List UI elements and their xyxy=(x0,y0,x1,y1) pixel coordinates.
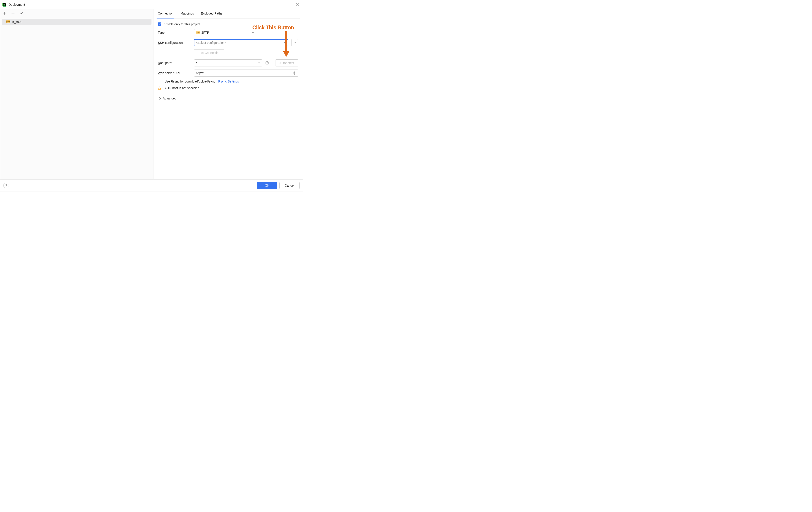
close-icon[interactable] xyxy=(294,1,300,8)
globe-icon xyxy=(293,71,296,75)
visible-only-checkbox[interactable] xyxy=(158,23,162,26)
ssh-config-row: SSH configuration: <select configuration… xyxy=(158,39,298,46)
test-connection-button[interactable]: Test Connection xyxy=(194,49,224,56)
svg-text:?: ? xyxy=(266,62,267,64)
rsync-checkbox[interactable] xyxy=(158,80,162,83)
type-value: SFTP xyxy=(201,31,209,34)
visible-only-row: Visible only for this project xyxy=(158,23,298,26)
ssh-config-select[interactable]: <select configuration> xyxy=(194,39,288,46)
advanced-section-toggle[interactable]: Advanced xyxy=(158,94,298,100)
server-name: lb_4090 xyxy=(12,20,22,24)
autodetect-button[interactable]: Autodetect xyxy=(275,59,298,66)
pycharm-icon xyxy=(2,3,6,7)
sftp-icon: SFTP xyxy=(6,20,10,23)
ssh-config-browse-button[interactable]: ··· xyxy=(291,39,298,46)
test-connection-row: Test Connection xyxy=(194,49,298,56)
rsync-settings-link[interactable]: Rsync Settings xyxy=(218,80,239,83)
root-path-row: Root path: / ? Autodetect xyxy=(158,59,298,66)
root-path-label: Root path: xyxy=(158,61,191,65)
title-bar: Deployment xyxy=(0,0,303,9)
connection-form: Visible only for this project Type: SFTP… xyxy=(156,19,300,100)
help-button[interactable]: ? xyxy=(3,183,9,188)
cancel-button[interactable]: Cancel xyxy=(280,182,300,189)
dialog-title: Deployment xyxy=(8,3,25,6)
tab-mappings[interactable]: Mappings xyxy=(180,12,195,18)
warning-icon xyxy=(158,87,162,90)
type-select[interactable]: SFTP SFTP xyxy=(194,29,256,36)
server-config-panel: Connection Mappings Excluded Paths Click… xyxy=(153,9,303,179)
rsync-label: Use Rsync for download/upload/sync xyxy=(165,80,215,83)
ssh-config-placeholder: <select configuration> xyxy=(196,41,226,44)
folder-icon xyxy=(257,61,260,65)
server-toolbar xyxy=(0,9,153,18)
chevron-right-icon xyxy=(158,97,161,99)
root-path-value: / xyxy=(196,61,197,65)
help-icon[interactable]: ? xyxy=(265,61,269,65)
visible-only-label: Visible only for this project xyxy=(165,23,200,26)
ok-button[interactable]: OK xyxy=(257,182,277,189)
warning-row: SFTP host is not specified xyxy=(158,86,298,90)
chevron-down-icon xyxy=(284,42,286,43)
ellipsis-icon: ··· xyxy=(293,41,296,44)
server-list[interactable]: SFTP lb_4090 xyxy=(0,18,153,179)
type-label: Type: xyxy=(158,31,191,34)
remove-server-button[interactable] xyxy=(11,11,15,16)
add-server-button[interactable] xyxy=(2,11,7,16)
server-list-panel: SFTP lb_4090 xyxy=(0,9,153,179)
rsync-row: Use Rsync for download/upload/sync Rsync… xyxy=(158,80,298,83)
tabs: Connection Mappings Excluded Paths xyxy=(156,9,300,19)
web-url-label: Web server URL: xyxy=(158,71,191,75)
tab-connection[interactable]: Connection xyxy=(157,12,174,18)
tab-excluded-paths[interactable]: Excluded Paths xyxy=(201,12,223,18)
dialog-body: SFTP lb_4090 Connection Mappings Exclude… xyxy=(0,9,303,179)
set-default-button[interactable] xyxy=(19,11,24,16)
sftp-icon: SFTP xyxy=(196,31,200,34)
deployment-dialog: Deployment SFTP lb_4090 xyxy=(0,0,303,191)
dialog-footer: ? OK Cancel xyxy=(0,179,303,191)
warning-text: SFTP host is not specified xyxy=(164,86,199,90)
type-row: Type: SFTP SFTP xyxy=(158,29,298,36)
web-url-value: http:// xyxy=(196,71,204,75)
web-url-input[interactable]: http:// xyxy=(194,69,298,77)
advanced-label: Advanced xyxy=(163,97,176,100)
server-row[interactable]: SFTP lb_4090 xyxy=(2,19,151,25)
root-path-input[interactable]: / xyxy=(194,59,262,66)
ssh-config-label: SSH configuration: xyxy=(158,41,191,44)
chevron-down-icon xyxy=(252,32,254,33)
web-url-row: Web server URL: http:// xyxy=(158,69,298,77)
